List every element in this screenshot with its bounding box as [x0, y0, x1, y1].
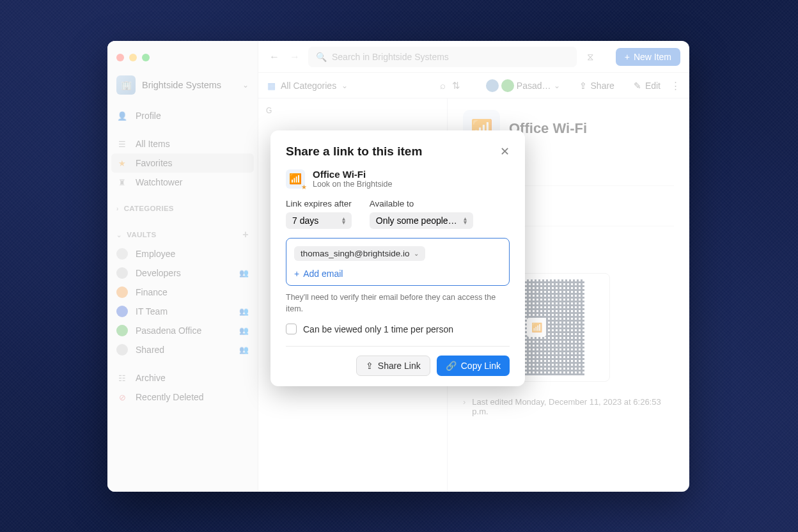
modal-title: Share a link to this item: [286, 145, 500, 159]
stepper-icon: ▴▾: [464, 217, 467, 224]
help-text: They'll need to verify their email befor…: [286, 292, 510, 315]
checkbox-label: Can be viewed only 1 time per person: [303, 324, 453, 334]
chevron-down-icon: ⌄: [414, 250, 419, 257]
share-link-label: Share Link: [378, 361, 421, 371]
add-email-button[interactable]: + Add email: [294, 269, 501, 279]
copy-link-button[interactable]: 🔗 Copy Link: [437, 356, 510, 376]
add-email-label: Add email: [303, 269, 343, 279]
available-value: Only some people…: [376, 215, 457, 226]
app-window: 🏢 Brightside Systems ⌄ 👤 Profile ☰ All I…: [107, 41, 689, 492]
email-address: thomas_singh@brightside.io: [301, 249, 410, 258]
wifi-icon: 📶★: [286, 169, 305, 189]
share-modal: Share a link to this item ✕ 📶★ Office Wi…: [270, 130, 525, 386]
share-icon: ⇪: [366, 361, 373, 371]
email-recipients-box[interactable]: thomas_singh@brightside.io ⌄ + Add email: [286, 238, 510, 286]
close-icon[interactable]: ✕: [500, 145, 510, 159]
link-icon: 🔗: [446, 361, 457, 371]
share-link-button[interactable]: ⇪ Share Link: [356, 356, 430, 376]
expires-value: 7 days: [292, 215, 318, 226]
view-once-checkbox[interactable]: [286, 324, 297, 334]
star-icon: ★: [301, 184, 307, 191]
available-label: Available to: [370, 199, 510, 208]
modal-item-name: Office Wi-Fi: [313, 169, 392, 180]
stepper-icon: ▴▾: [342, 217, 345, 224]
modal-item-subtitle: Look on the Brightside: [313, 180, 392, 189]
copy-link-label: Copy Link: [461, 361, 501, 371]
expires-select[interactable]: 7 days ▴▾: [286, 212, 352, 229]
available-select[interactable]: Only some people… ▴▾: [370, 212, 473, 229]
plus-icon: +: [294, 269, 299, 279]
expires-label: Link expires after: [286, 199, 352, 208]
email-chip[interactable]: thomas_singh@brightside.io ⌄: [294, 246, 425, 261]
